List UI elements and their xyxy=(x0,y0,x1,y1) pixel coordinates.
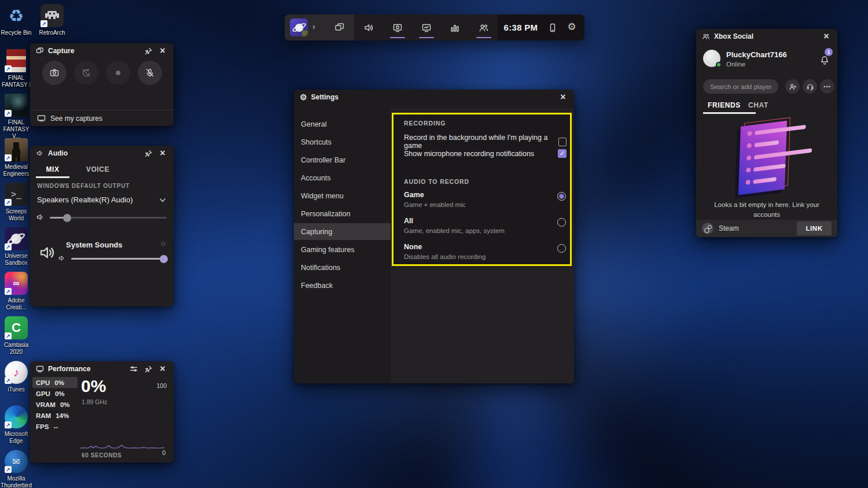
resources-widget-icon[interactable] xyxy=(421,23,432,33)
capture-widget-icon[interactable] xyxy=(392,23,403,33)
nav-item-general[interactable]: General xyxy=(294,116,391,132)
stat-row-cpu[interactable]: CPU 0% xyxy=(32,377,78,388)
stat-row-ram[interactable]: RAM 14% xyxy=(32,410,78,421)
social-widget-icon[interactable] xyxy=(479,23,489,33)
settings-nav: General Shortcuts Controller Bar Account… xyxy=(294,108,391,383)
mic-notifications-checkbox[interactable]: ✓ xyxy=(558,149,567,158)
axis-max-label: 100 xyxy=(156,382,167,389)
desktop-icon-itunes[interactable]: ♪ ↗ iTunes xyxy=(0,360,32,393)
stat-row-gpu[interactable]: GPU 0% xyxy=(32,388,78,399)
see-my-captures-button[interactable]: See my captures xyxy=(30,110,174,126)
stat-row-vram[interactable]: VRAM 0% xyxy=(32,399,78,410)
link-steam-button[interactable]: LINK xyxy=(797,221,832,235)
slider-thumb[interactable] xyxy=(63,214,71,222)
screenshot-button[interactable] xyxy=(42,61,67,85)
desktop-icon-final-fantasy-1[interactable]: ↗ FINAL FANTASY I xyxy=(0,49,32,88)
desktop-icon-microsoft-edge[interactable]: ↗ Microsoft Edge xyxy=(0,405,32,445)
mic-notifications-row[interactable]: Show microphone recording notifications … xyxy=(404,149,567,158)
pin-icon[interactable] xyxy=(143,148,153,158)
close-icon[interactable]: × xyxy=(157,148,168,158)
stat-value: 0% xyxy=(54,379,64,386)
nav-item-shortcuts[interactable]: Shortcuts xyxy=(294,134,391,150)
search-players-input[interactable] xyxy=(703,79,778,94)
desktop-icon-medieval-engineers[interactable]: ↗ Medieval Engineers xyxy=(0,138,32,178)
record-last-30s-button[interactable] xyxy=(74,61,98,85)
nav-item-widget-menu[interactable]: Widget menu xyxy=(294,187,391,204)
desktop-icon-universe-sandbox[interactable]: ↗ Universe Sandbox xyxy=(0,227,32,267)
radio-none[interactable] xyxy=(557,244,566,253)
start-recording-button[interactable] xyxy=(106,61,130,85)
nav-item-controller-bar[interactable]: Controller Bar xyxy=(294,151,391,168)
stat-label: GPU xyxy=(36,390,50,397)
close-icon[interactable]: × xyxy=(157,364,168,374)
nav-item-accounts[interactable]: Accounts xyxy=(294,169,391,186)
add-friend-button[interactable] xyxy=(785,79,800,94)
background-recording-checkbox[interactable] xyxy=(558,138,567,146)
gamebar-toolbar: › 6:38 PM ⚙ xyxy=(285,14,584,40)
cpu-usage-value: 0% xyxy=(81,376,106,396)
widgets-menu-icon[interactable] xyxy=(334,23,345,33)
audio-widget-icon[interactable] xyxy=(363,23,374,33)
desktop-icon-retroarch[interactable]: ↗ RetroArch xyxy=(36,3,68,36)
shortcut-arrow-icon: ↗ xyxy=(5,377,12,384)
master-volume-slider[interactable] xyxy=(50,217,167,219)
tutorial-highlight-box: RECORDING Record in the background while… xyxy=(392,113,572,266)
close-icon[interactable]: × xyxy=(558,92,568,102)
audio-title: Audio xyxy=(48,149,68,157)
desktop-icon-recycle-bin[interactable]: ♻ Recycle Bin xyxy=(0,3,32,36)
settings-gear-icon[interactable]: ⚙ xyxy=(567,21,576,33)
desktop-icon-screeps-world[interactable]: >_ ↗ Screeps World xyxy=(0,182,32,222)
radio-all[interactable] xyxy=(557,218,566,227)
capture-title: Capture xyxy=(48,47,74,55)
desktop-icon-label: Screeps World xyxy=(0,208,32,222)
nav-item-notifications[interactable]: Notifications xyxy=(294,259,391,276)
desktop-icon-adobe-creative[interactable]: ∞ ↗ Adobe Creati... xyxy=(0,271,32,311)
illustration-board xyxy=(738,121,787,195)
see-my-captures-label: See my captures xyxy=(50,114,102,123)
output-section-label: WINDOWS DEFAULT OUTPUT xyxy=(37,183,130,189)
person-add-icon xyxy=(789,83,797,91)
nav-item-gaming-features[interactable]: Gaming features xyxy=(294,241,391,258)
tab-friends[interactable]: FRIENDS xyxy=(708,101,741,109)
desktop-icon-label: Adobe Creati... xyxy=(0,297,32,311)
desktop-icon-camtasia[interactable]: C ↗ Camtasia 2020 xyxy=(0,316,32,356)
clock: 6:38 PM xyxy=(504,14,538,40)
desktop-icon-label: Universe Sandbox xyxy=(0,253,32,267)
nav-item-feedback[interactable]: Feedback xyxy=(294,277,391,294)
pin-icon[interactable] xyxy=(143,46,153,56)
performance-options-icon[interactable] xyxy=(128,364,139,374)
performance-widget-icon[interactable] xyxy=(450,23,460,33)
avatar[interactable] xyxy=(703,50,720,67)
desktop-icon-label: FINAL FANTASY I xyxy=(0,75,32,88)
tab-chat[interactable]: CHAT xyxy=(748,101,768,109)
empty-message-line1: Looks a bit empty in here. Link your acc… xyxy=(714,201,819,218)
active-app-icon[interactable] xyxy=(290,19,308,36)
desktop-icon-final-fantasy-v[interactable]: ↗ FINAL FANTASY V... xyxy=(0,93,32,139)
close-icon[interactable]: × xyxy=(157,46,168,56)
pin-icon[interactable] xyxy=(143,364,153,374)
more-options-button[interactable]: ••• xyxy=(820,79,834,94)
slider-thumb[interactable] xyxy=(160,255,168,263)
option-none-label: None xyxy=(404,243,422,251)
mobile-device-icon[interactable] xyxy=(547,23,558,33)
radio-game[interactable] xyxy=(557,192,566,201)
app-switcher-chevron-icon[interactable]: › xyxy=(312,22,315,31)
tab-mix[interactable]: MIX xyxy=(30,162,75,178)
close-icon[interactable]: × xyxy=(821,31,832,42)
link-accounts-footer: Steam LINK xyxy=(696,220,837,237)
speaker-icon xyxy=(36,149,44,157)
shortcut-arrow-icon: ↗ xyxy=(5,243,12,250)
notifications-bell-icon[interactable] xyxy=(820,56,829,65)
nav-item-capturing[interactable]: Capturing xyxy=(294,223,391,240)
presence-status: Online xyxy=(726,61,745,68)
tab-voice[interactable]: VOICE xyxy=(75,162,120,178)
system-sounds-volume-slider[interactable] xyxy=(71,258,164,260)
favorite-star-icon[interactable]: ☆ xyxy=(160,239,167,248)
output-device-dropdown[interactable]: Speakers (Realtek(R) Audio) xyxy=(37,195,167,204)
stat-row-fps[interactable]: FPS -- xyxy=(32,421,78,432)
background-recording-row[interactable]: Record in the background while I'm playi… xyxy=(404,134,567,150)
microphone-toggle-button[interactable] xyxy=(138,61,162,85)
desktop-icon-thunderbird[interactable]: ✉ ↗ Mozilla Thunderbird xyxy=(0,449,32,488)
nav-item-personalization[interactable]: Personalization xyxy=(294,205,391,222)
party-chat-button[interactable] xyxy=(803,79,817,94)
